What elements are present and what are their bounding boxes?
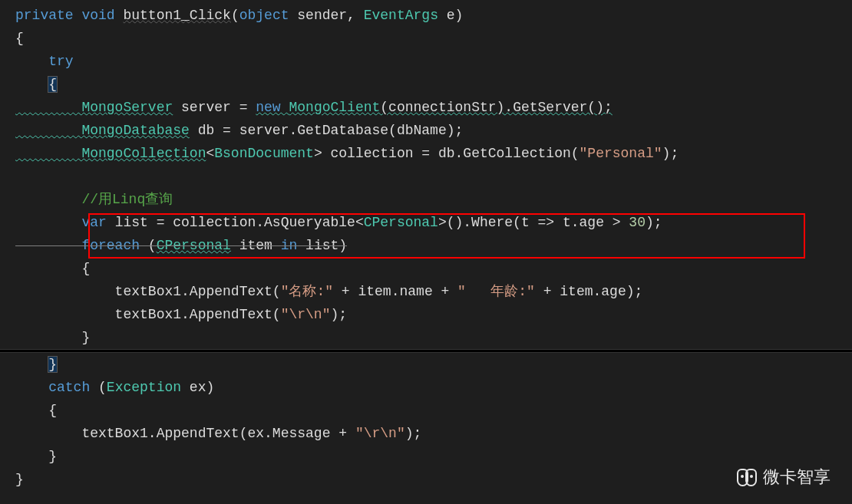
code-text: list = collection.AsQueryable< [107,215,364,230]
code-text: ); [646,215,662,230]
param-sender: sender, [289,8,364,23]
type-bsondocument: BsonDocument [214,146,314,161]
type-cpersonal: CPersonal [157,238,231,253]
type-exception: Exception [107,380,181,395]
string-literal: "\r\n" [281,307,331,322]
code-text: textBox1.AppendText( [15,307,281,322]
code-text: server = [173,100,256,115]
code-line[interactable]: { [0,257,852,280]
number-literal: 30 [629,215,646,230]
string-literal: " 年龄:" [457,284,535,299]
type-mongoserver: MongoServer [15,100,173,115]
code-line[interactable]: //用Linq查询 [0,188,852,211]
type-eventargs: EventArgs [364,8,438,23]
paren: ( [148,238,157,253]
code-line[interactable]: MongoDatabase db = server.GetDatabase(db… [0,119,852,142]
keyword-catch: catch [15,380,98,395]
code-line[interactable]: private void button1_Click(object sender… [0,4,852,27]
code-line[interactable]: { [0,27,852,50]
keyword-object: object [239,8,289,23]
paren: ( [98,380,107,395]
brace: { [15,261,90,276]
brace: } [15,472,24,487]
brace: { [15,403,57,418]
code-text: + item.name + [333,284,457,299]
comment: //用Linq查询 [15,192,173,207]
brace-highlighted: } [48,357,57,372]
code-line[interactable]: { [0,399,852,422]
keyword-foreach: foreach [15,238,148,253]
code-editor[interactable]: private void button1_Click(object sender… [0,0,852,491]
code-text: ); [330,307,347,322]
code-text: ); [662,146,679,161]
string-literal: "\r\n" [355,426,405,441]
empty-line[interactable] [0,165,852,188]
code-line[interactable]: try [0,50,852,73]
code-text: ); [405,426,422,441]
code-line[interactable]: } [0,468,852,491]
code-line[interactable]: } [0,445,852,468]
code-text: textBox1.AppendText( [15,284,281,299]
code-text: (connectionStr).GetServer(); [380,100,612,115]
brace-highlighted: { [48,77,57,92]
var-list: list) [297,238,347,253]
code-text: db = server.GetDatabase(dbName); [190,123,463,138]
code-text: + item.age); [535,284,642,299]
keyword-private: private [15,8,74,23]
param-e: e) [438,8,463,23]
code-line[interactable]: { [0,73,852,96]
keyword-new: new [256,100,289,115]
code-line[interactable]: catch (Exception ex) [0,376,852,399]
wechat-icon [737,469,757,486]
code-line[interactable]: textBox1.AppendText(ex.Message + "\r\n")… [0,422,852,445]
keyword-var: var [15,215,107,230]
watermark: 微卡智享 [737,466,831,489]
keyword-try: try [15,54,74,69]
var-ex: ex) [181,380,214,395]
paren: ( [231,8,239,23]
var-item: item [231,238,281,253]
code-text: >().Where(t => t.age > [438,215,629,230]
watermark-text: 微卡智享 [763,466,831,489]
method-name: button1_Click [123,8,230,23]
code-line[interactable]: foreach (CPersonal item in list) [0,234,852,257]
brace: } [15,449,57,464]
code-line[interactable]: MongoCollection<BsonDocument> collection… [0,142,852,165]
keyword-void: void [74,8,124,23]
code-line[interactable]: } [0,326,852,349]
type-cpersonal: CPersonal [364,215,438,230]
angle-bracket: < [206,146,214,161]
string-literal: "名称:" [281,284,333,299]
code-text: textBox1.AppendText(ex.Message + [15,426,355,441]
type-mongoclient: MongoClient [289,100,380,115]
string-literal: "Personal" [580,146,662,161]
code-line[interactable]: var list = collection.AsQueryable<CPerso… [0,211,852,234]
angle-bracket: > [314,146,322,161]
keyword-in: in [281,238,298,253]
code-line[interactable]: textBox1.AppendText("\r\n"); [0,303,852,326]
type-mongocollection: MongoCollection [15,146,206,161]
brace: } [15,330,90,345]
code-line[interactable]: } [0,353,852,376]
code-line[interactable]: MongoServer server = new MongoClient(con… [0,96,852,119]
code-text: collection = db.GetCollection( [322,146,580,161]
type-mongodatabase: MongoDatabase [15,123,190,138]
code-line[interactable]: textBox1.AppendText("名称:" + item.name + … [0,280,852,303]
brace: { [15,31,24,46]
